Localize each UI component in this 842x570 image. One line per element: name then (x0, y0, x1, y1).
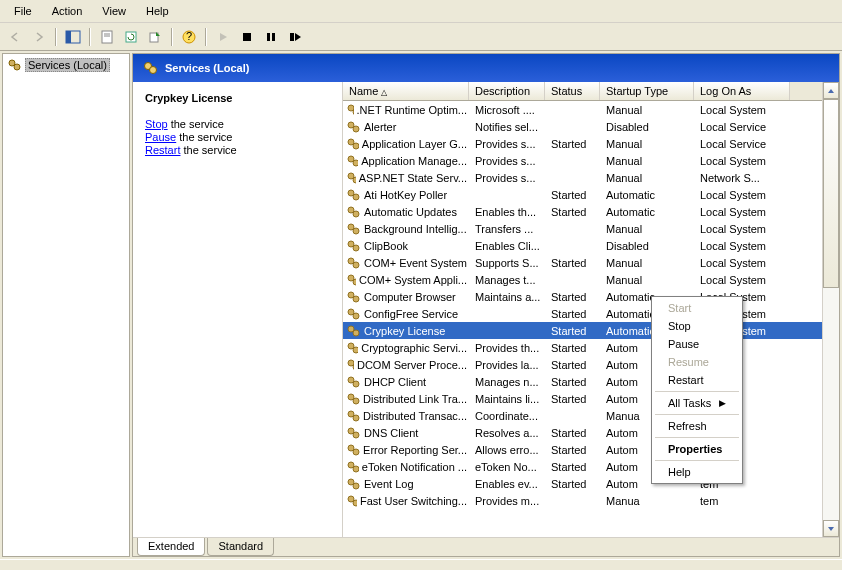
service-icon (347, 443, 360, 457)
tab-extended[interactable]: Extended (137, 538, 205, 556)
service-name: Crypkey License (364, 325, 445, 337)
refresh-button[interactable] (120, 26, 142, 48)
service-description: Coordinate... (471, 410, 547, 422)
service-row[interactable]: DNS ClientResolves a...StartedAutomS... (343, 424, 822, 441)
service-status: Started (547, 461, 602, 473)
service-action-link[interactable]: Pause (145, 131, 176, 143)
scroll-thumb[interactable] (823, 99, 839, 288)
service-description: Allows erro... (471, 444, 547, 456)
column-logon-as[interactable]: Log On As (694, 82, 790, 100)
service-icon (347, 171, 356, 185)
service-row[interactable]: eToken Notification ...eToken No...Start… (343, 458, 822, 475)
column-description[interactable]: Description (469, 82, 545, 100)
service-icon (347, 426, 361, 440)
service-row[interactable]: Event LogEnables ev...StartedAutomtem (343, 475, 822, 492)
svg-point-34 (353, 245, 359, 251)
service-row[interactable]: Error Reporting Ser...Allows erro...Star… (343, 441, 822, 458)
service-row[interactable]: ClipBookEnables Cli...DisabledLocal Syst… (343, 237, 822, 254)
service-row[interactable]: Cryptographic Servi...Provides th...Star… (343, 339, 822, 356)
context-menu-item[interactable]: Restart (654, 371, 740, 389)
service-row[interactable]: Fast User Switching...Provides m...Manua… (343, 492, 822, 509)
service-action-link[interactable]: Restart (145, 144, 180, 156)
service-row[interactable]: Application Manage...Provides s...Manual… (343, 152, 822, 169)
context-menu-item[interactable]: Stop (654, 317, 740, 335)
column-startup-type[interactable]: Startup Type (600, 82, 694, 100)
service-row[interactable]: Distributed Link Tra...Maintains li...St… (343, 390, 822, 407)
service-icon (347, 341, 358, 355)
service-logon: Local System (696, 274, 792, 286)
service-description: Supports S... (471, 257, 547, 269)
service-name: Alerter (364, 121, 396, 133)
service-status: Started (547, 393, 602, 405)
service-logon: Local System (696, 240, 792, 252)
service-description: Enables th... (471, 206, 547, 218)
context-menu-item[interactable]: Refresh (654, 417, 740, 435)
svg-rect-9 (243, 33, 251, 41)
svg-point-24 (353, 160, 358, 166)
service-row[interactable]: .NET Runtime Optim...Microsoft ....Manua… (343, 101, 822, 118)
scroll-track[interactable] (823, 99, 839, 520)
status-bar (0, 559, 842, 570)
service-name: Error Reporting Ser... (363, 444, 467, 456)
service-row[interactable]: DHCP ClientManages n...StartedAutomtem (343, 373, 822, 390)
service-startup: Manual (602, 172, 696, 184)
service-row[interactable]: ASP.NET State Serv...Provides s...Manual… (343, 169, 822, 186)
menubar: File Action View Help (0, 0, 842, 23)
tree-item-services-local[interactable]: Services (Local) (6, 57, 126, 73)
service-name: ASP.NET State Serv... (359, 172, 467, 184)
menu-action[interactable]: Action (42, 2, 93, 20)
menu-view[interactable]: View (92, 2, 136, 20)
service-startup: Manual (602, 104, 696, 116)
service-status: Started (547, 138, 602, 150)
context-menu: StartStopPauseResumeRestartAll Tasks▶Ref… (651, 296, 743, 484)
service-row[interactable]: Ati HotKey PollerStartedAutomaticLocal S… (343, 186, 822, 203)
context-menu-item[interactable]: Pause (654, 335, 740, 353)
svg-point-58 (353, 449, 359, 455)
service-row[interactable]: Background Intellig...Transfers ...Manua… (343, 220, 822, 237)
restart-service-button[interactable] (284, 26, 306, 48)
show-hide-tree-button[interactable] (62, 26, 84, 48)
context-menu-item[interactable]: All Tasks▶ (654, 394, 740, 412)
back-button (4, 26, 26, 48)
service-description: Notifies sel... (471, 121, 547, 133)
column-status[interactable]: Status (545, 82, 600, 100)
service-status: Started (547, 308, 602, 320)
column-name[interactable]: Name △ (343, 82, 469, 100)
context-menu-item[interactable]: Properties (654, 440, 740, 458)
service-row[interactable]: COM+ System Appli...Manages t...ManualLo… (343, 271, 822, 288)
svg-point-26 (353, 177, 356, 183)
menu-help[interactable]: Help (136, 2, 179, 20)
service-row[interactable]: ConfigFree ServiceStartedAutomaticLocal … (343, 305, 822, 322)
service-row[interactable]: Automatic UpdatesEnables th...StartedAut… (343, 203, 822, 220)
service-action-link[interactable]: Stop (145, 118, 168, 130)
service-description: Provides m... (471, 495, 547, 507)
service-row[interactable]: Application Layer G...Provides s...Start… (343, 135, 822, 152)
scroll-up-button[interactable] (823, 82, 839, 99)
export-list-button[interactable] (144, 26, 166, 48)
vertical-scrollbar[interactable] (822, 82, 839, 537)
service-name: DCOM Server Proce... (357, 359, 467, 371)
service-status: Started (547, 478, 602, 490)
service-startup: Automatic (602, 206, 696, 218)
pause-service-button[interactable] (260, 26, 282, 48)
properties-button[interactable] (96, 26, 118, 48)
tab-standard[interactable]: Standard (207, 538, 274, 556)
menu-file[interactable]: File (4, 2, 42, 20)
service-name: ConfigFree Service (364, 308, 458, 320)
toolbar: ? (0, 23, 842, 51)
context-menu-item[interactable]: Help (654, 463, 740, 481)
stop-service-button[interactable] (236, 26, 258, 48)
service-status: Started (547, 325, 602, 337)
service-row[interactable]: DCOM Server Proce...Provides la...Starte… (343, 356, 822, 373)
service-startup: Manual (602, 223, 696, 235)
scroll-down-button[interactable] (823, 520, 839, 537)
service-row[interactable]: Distributed Transac...Coordinate...Manua… (343, 407, 822, 424)
service-row[interactable]: AlerterNotifies sel...DisabledLocal Serv… (343, 118, 822, 135)
service-icon (347, 256, 361, 270)
service-row[interactable]: Crypkey LicenseStartedAutomaticLocal Sys… (343, 322, 822, 339)
service-description: Maintains a... (471, 291, 547, 303)
service-row[interactable]: COM+ Event SystemSupports S...StartedMan… (343, 254, 822, 271)
service-description: eToken No... (471, 461, 547, 473)
help-button[interactable]: ? (178, 26, 200, 48)
service-row[interactable]: Computer BrowserMaintains a...StartedAut… (343, 288, 822, 305)
